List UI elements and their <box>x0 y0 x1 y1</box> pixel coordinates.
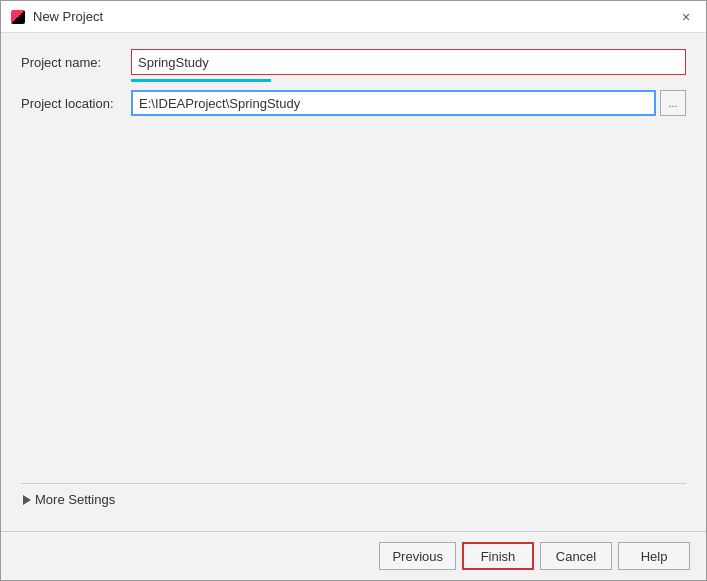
new-project-dialog: New Project × Project name: Project loca… <box>0 0 707 581</box>
title-bar-left: New Project <box>11 9 103 24</box>
dialog-title: New Project <box>33 9 103 24</box>
close-button[interactable]: × <box>676 7 696 27</box>
content-spacer <box>21 128 686 483</box>
previous-button[interactable]: Previous <box>379 542 456 570</box>
more-settings-triangle-icon <box>23 495 31 505</box>
project-location-label: Project location: <box>21 96 131 111</box>
project-location-input[interactable] <box>131 90 656 116</box>
dialog-footer: Previous Finish Cancel Help <box>1 531 706 580</box>
project-name-row: Project name: <box>21 49 686 75</box>
project-location-input-wrapper: ... <box>131 90 686 116</box>
project-name-input-wrapper <box>131 49 686 75</box>
title-bar: New Project × <box>1 1 706 33</box>
browse-button[interactable]: ... <box>660 90 686 116</box>
more-settings-row[interactable]: More Settings <box>21 483 686 515</box>
project-name-highlight <box>131 79 271 82</box>
idea-icon <box>11 10 25 24</box>
more-settings-label: More Settings <box>35 492 115 507</box>
cancel-button[interactable]: Cancel <box>540 542 612 570</box>
help-button[interactable]: Help <box>618 542 690 570</box>
project-name-input[interactable] <box>131 49 686 75</box>
project-name-label: Project name: <box>21 55 131 70</box>
finish-button[interactable]: Finish <box>462 542 534 570</box>
project-location-row: Project location: ... <box>21 90 686 116</box>
dialog-content: Project name: Project location: ... More… <box>1 33 706 531</box>
